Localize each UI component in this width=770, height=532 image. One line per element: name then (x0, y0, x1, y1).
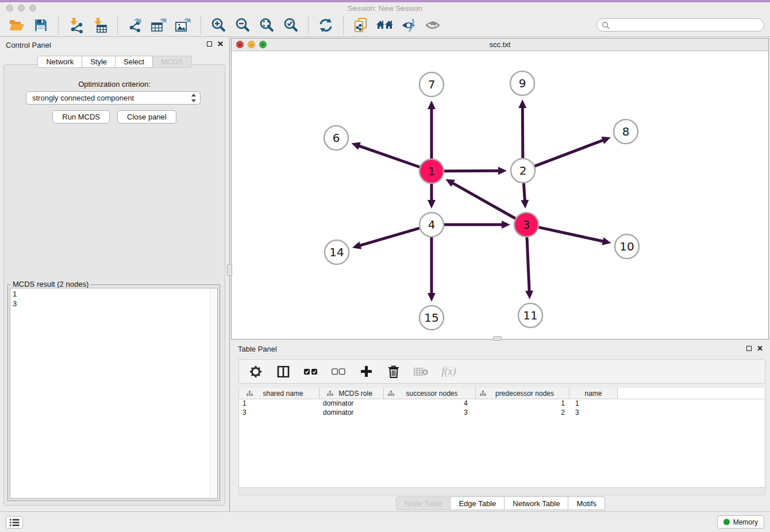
network-view-window: ✕ – + scc.txt 7968124314101511 (231, 38, 769, 340)
table-scroll-strip[interactable] (238, 488, 765, 495)
graph-node-1[interactable]: 1 (419, 159, 444, 183)
titlebar: Session: New Session (0, 2, 770, 14)
export-network-button[interactable] (125, 16, 145, 35)
first-neighbors-button[interactable] (375, 16, 395, 35)
tab-node-table[interactable]: Node Table (396, 496, 451, 510)
show-columns-button[interactable] (276, 364, 291, 379)
horizontal-splitter-handle[interactable] (493, 336, 502, 341)
tab-mcds[interactable]: MCDS (153, 56, 191, 68)
column-header-MCDS-role[interactable]: MCDS role (319, 388, 384, 399)
table-cell[interactable]: dominator (319, 399, 384, 408)
tab-network[interactable]: Network (37, 56, 82, 68)
table-cell[interactable]: 1 (569, 399, 618, 408)
graph-edge[interactable] (523, 183, 525, 201)
graph-node-15[interactable]: 15 (419, 306, 444, 330)
zoom-selected-button[interactable] (280, 16, 301, 35)
graph-edge[interactable] (535, 140, 604, 167)
gear-icon (249, 365, 262, 378)
refresh-layout-button[interactable] (315, 16, 336, 35)
result-scrollbar[interactable] (210, 288, 217, 498)
graph-edge[interactable] (444, 171, 499, 171)
graph-node-2[interactable]: 2 (511, 159, 535, 183)
graph-edge[interactable] (452, 183, 515, 218)
control-panel: Control Panel ✕ NetworkStyleSelectMCDS O… (0, 37, 230, 511)
vertical-splitter-handle[interactable] (227, 264, 232, 276)
table-options-button[interactable] (248, 364, 263, 379)
graph-node-8[interactable]: 8 (614, 119, 638, 144)
float-table-panel-icon[interactable] (746, 346, 752, 351)
column-header-predecessor-nodes[interactable]: predecessor nodes (476, 388, 569, 399)
graph-edge[interactable] (538, 228, 603, 242)
table-cell[interactable]: 1 (476, 399, 569, 408)
export-table-button[interactable] (149, 16, 170, 35)
show-all-button[interactable] (423, 16, 444, 35)
graph-node-9[interactable]: 9 (510, 71, 534, 95)
close-panel-button[interactable]: Close panel (117, 110, 176, 124)
table-cell[interactable]: 3 (384, 408, 476, 418)
table-row[interactable]: 1dominator411 (239, 399, 765, 408)
table-cell[interactable]: 3 (569, 408, 618, 418)
import-table-button[interactable] (90, 16, 110, 35)
float-panel-icon[interactable] (207, 41, 212, 47)
hide-selected-button[interactable] (399, 16, 419, 35)
graph-node-3[interactable]: 3 (514, 213, 538, 237)
clone-network-button[interactable] (351, 16, 371, 35)
column-header-successor-nodes[interactable]: successor nodes (384, 388, 476, 399)
table-cell[interactable]: 3 (239, 408, 319, 418)
open-session-button[interactable] (6, 16, 27, 35)
column-header-shared-name[interactable]: shared name (239, 388, 319, 399)
delete-rows-button[interactable] (386, 364, 401, 379)
graph-edge[interactable] (359, 228, 419, 245)
optimization-criterion-select[interactable]: strongly connected component (26, 91, 201, 105)
table-cell[interactable]: dominator (319, 408, 384, 418)
graph-node-7[interactable]: 7 (419, 72, 444, 97)
graph-node-6[interactable]: 6 (324, 126, 348, 150)
edge-arrowhead (428, 101, 436, 109)
eye-slash-icon (401, 18, 417, 33)
tab-network-table[interactable]: Network Table (505, 496, 568, 510)
table-cell[interactable]: 1 (239, 399, 319, 408)
search-input[interactable] (596, 18, 764, 32)
tab-style[interactable]: Style (82, 56, 116, 68)
function-builder-button[interactable]: f(x) (441, 364, 456, 379)
graph-node-4[interactable]: 4 (419, 213, 444, 237)
graph-node-10[interactable]: 10 (615, 234, 639, 259)
open-folder-icon (9, 18, 25, 32)
task-history-button[interactable] (6, 516, 23, 529)
tab-motifs[interactable]: Motifs (568, 496, 605, 510)
zoom-in-button[interactable] (208, 16, 229, 35)
delete-table-button[interactable] (414, 364, 429, 379)
table-cell[interactable]: 2 (476, 408, 569, 418)
trash-icon (388, 365, 399, 378)
graph-edge[interactable] (359, 146, 420, 167)
save-session-button[interactable] (30, 16, 51, 35)
zoom-fit-button[interactable] (256, 16, 277, 35)
run-mcds-button[interactable]: Run MCDS (52, 110, 110, 124)
deselect-all-button[interactable] (331, 364, 346, 379)
control-panel-title: Control Panel (6, 41, 51, 49)
import-network-button[interactable] (66, 16, 86, 35)
tab-select[interactable]: Select (116, 56, 153, 68)
graph-node-14[interactable]: 14 (325, 240, 349, 264)
select-all-button[interactable] (303, 364, 318, 379)
graph-node-11[interactable]: 11 (518, 303, 542, 327)
export-network-icon (127, 17, 143, 33)
export-image-button[interactable] (173, 16, 194, 35)
table-row[interactable]: 3dominator323 (239, 408, 765, 418)
tab-edge-table[interactable]: Edge Table (451, 496, 505, 510)
graph-edge[interactable] (527, 237, 529, 292)
optimization-criterion-label: Optimization criterion: (4, 80, 225, 88)
svg-text:2: 2 (519, 164, 527, 178)
add-row-button[interactable] (359, 364, 374, 379)
close-table-panel-icon[interactable]: ✕ (757, 345, 763, 352)
column-header-name[interactable]: name (569, 388, 618, 399)
graph-edge[interactable] (522, 107, 523, 158)
mcds-result-textarea[interactable]: 1 3 (10, 288, 218, 499)
memory-button[interactable]: Memory (717, 515, 764, 529)
close-panel-icon[interactable]: ✕ (217, 41, 224, 47)
svg-text:14: 14 (329, 245, 344, 259)
zoom-out-button[interactable] (232, 16, 253, 35)
plus-icon (360, 365, 372, 377)
network-canvas[interactable]: 7968124314101511 (232, 51, 768, 339)
table-cell[interactable]: 4 (384, 399, 476, 408)
